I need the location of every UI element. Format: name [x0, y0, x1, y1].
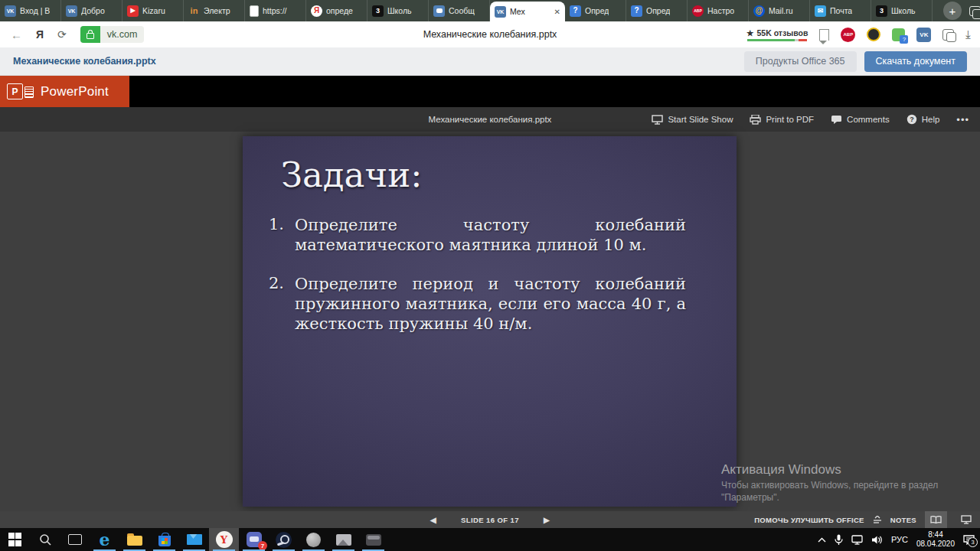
tab-groups-icon[interactable] — [969, 6, 980, 16]
microphone-icon[interactable] — [835, 534, 843, 546]
notes-button[interactable]: NOTES — [890, 516, 916, 524]
network-icon[interactable] — [851, 535, 863, 545]
powerpoint-brand-label: PowerPoint — [41, 84, 109, 99]
slide-item-1: 1. Определите частоту колебаний математи… — [269, 215, 686, 255]
vk-extension-icon[interactable]: VK — [916, 28, 931, 42]
url-field[interactable]: vk.com — [80, 26, 145, 43]
tab-label: Опред — [585, 6, 609, 15]
windows-taskbar: eY7 РУС 8:44 08.04.2020 3 — [0, 528, 980, 551]
notification-badge: 3 — [968, 537, 978, 547]
taskbar-task-view[interactable] — [60, 528, 90, 551]
browser-tab-0[interactable]: VKВход | В — [0, 0, 61, 21]
yandex-icon[interactable]: Я — [36, 28, 44, 41]
browser-tab-7[interactable]: Сообщ — [429, 0, 490, 21]
presentation-status-bar: ◀ SLIDE 16 OF 17 ▶ ПОМОЧЬ УЛУЧШИТЬ OFFIC… — [0, 511, 980, 528]
tab-strip: VKВход | ВVKДобро▶KizaruinЭлектрhttps://… — [0, 0, 933, 21]
action-center-icon[interactable]: 3 — [963, 535, 975, 545]
browser-tab-13[interactable]: ✉Почта — [810, 0, 871, 21]
microsoft-store-icon — [158, 536, 171, 546]
reviews-widget[interactable]: ★55K отзывов — [746, 28, 808, 41]
taskbar-yandex-browser[interactable]: Y — [209, 528, 239, 551]
browser-tab-10[interactable]: ?Опред — [626, 0, 688, 21]
taskbar-search[interactable] — [30, 528, 60, 551]
slide-canvas[interactable]: Задачи: 1. Определите частоту колебаний … — [243, 136, 737, 507]
tab-label: Почта — [830, 6, 852, 15]
refresh-icon[interactable]: ⟳ — [57, 28, 67, 41]
mail-app-icon — [187, 534, 202, 545]
tab-close-icon[interactable]: ✕ — [554, 8, 560, 16]
taskbar-app-3[interactable] — [358, 528, 388, 551]
download-document-button[interactable]: Скачать документ — [864, 51, 968, 72]
start-slideshow-button[interactable]: Start Slide Show — [647, 115, 737, 125]
comments-button[interactable]: Comments — [826, 115, 894, 125]
clock-date: 08.04.2020 — [916, 540, 955, 549]
tab-label: Mail.ru — [769, 6, 793, 15]
game-app-icon — [366, 534, 381, 546]
search-icon — [39, 533, 51, 546]
browser-tab-14[interactable]: 3Школь — [871, 0, 933, 21]
taskbar-apps: eY7 — [0, 528, 388, 551]
taskbar-clock[interactable]: 8:44 08.04.2020 — [916, 530, 955, 549]
taskbar-app-2[interactable] — [328, 528, 358, 551]
task-view-icon — [68, 534, 82, 545]
previous-slide-button[interactable]: ◀ — [430, 516, 436, 524]
yandex-favicon-icon: Я — [311, 5, 322, 17]
start-icon — [8, 533, 22, 546]
office-products-button[interactable]: Продукты Office 365 — [744, 51, 857, 72]
taskbar-messenger-app[interactable]: 7 — [239, 528, 269, 551]
reading-view-button[interactable] — [925, 511, 947, 528]
address-bar: ← Я ⟳ vk.com Механические колебания.pptx… — [0, 21, 980, 48]
taskbar-steam[interactable] — [269, 528, 299, 551]
tray-expand-icon[interactable] — [818, 537, 826, 543]
back-icon[interactable]: ← — [11, 28, 22, 41]
next-slide-button[interactable]: ▶ — [544, 516, 550, 524]
browser-tab-2[interactable]: ▶Kizaru — [122, 0, 184, 21]
browser-tab-12[interactable]: @Mail.ru — [749, 0, 810, 21]
protect-icon[interactable]: ? — [892, 28, 905, 41]
language-indicator[interactable]: РУС — [891, 535, 908, 544]
taskbar-mail-app[interactable] — [179, 528, 209, 551]
taskbar-app-1[interactable] — [299, 528, 328, 551]
browser-tab-8[interactable]: VKМех✕ — [490, 2, 565, 21]
address-bar-actions: ★55K отзывов ABP ? VK ⤓ — [746, 28, 980, 42]
url-text[interactable]: vk.com — [100, 29, 145, 40]
comment-icon — [831, 115, 842, 125]
volume-icon[interactable] — [871, 535, 883, 545]
browser-tab-bar: VKВход | ВVKДобро▶KizaruinЭлектрhttps://… — [0, 0, 980, 21]
taskbar-start[interactable] — [0, 528, 30, 551]
bookmark-icon[interactable] — [819, 29, 829, 41]
svg-text:?: ? — [910, 116, 914, 123]
slide-body: 1. Определите частоту колебаний математи… — [269, 215, 686, 353]
browser-tab-11[interactable]: ABPНастро — [688, 0, 749, 21]
vk-icon: VK — [495, 6, 506, 18]
photos-app-icon — [336, 534, 351, 546]
clock-time: 8:44 — [916, 530, 955, 540]
browser-tab-1[interactable]: VKДобро — [61, 0, 122, 21]
adblock-icon[interactable]: ABP — [841, 28, 855, 42]
window-controls: ≡ — ✕ — [969, 0, 980, 21]
more-actions-button[interactable]: ••• — [952, 114, 974, 126]
browser-tab-4[interactable]: https:// — [245, 0, 306, 21]
help-button[interactable]: ? Help — [902, 114, 945, 125]
browser-tab-5[interactable]: Яопреде — [306, 0, 368, 21]
app-icon — [306, 533, 321, 547]
taskbar-edge[interactable]: e — [90, 528, 119, 551]
document-file-link[interactable]: Механические колебания.pptx — [13, 56, 156, 67]
coin-icon[interactable] — [867, 28, 880, 41]
taskbar-file-explorer[interactable] — [119, 528, 149, 551]
help-improve-office-link[interactable]: ПОМОЧЬ УЛУЧШИТЬ OFFICE — [754, 516, 864, 524]
browser-tab-3[interactable]: inЭлектр — [184, 0, 245, 21]
taskbar-microsoft-store[interactable] — [149, 528, 179, 551]
print-to-pdf-button[interactable]: Print to PDF — [745, 115, 818, 125]
browser-tab-6[interactable]: 3Школь — [368, 0, 429, 21]
file-explorer-icon — [127, 536, 142, 546]
tab-label: Школь — [387, 6, 412, 15]
browser-tab-9[interactable]: ?Опред — [565, 0, 626, 21]
slideshow-view-button[interactable] — [956, 511, 977, 528]
lock-icon[interactable] — [80, 26, 100, 43]
new-tab-button[interactable]: + — [943, 2, 962, 20]
mailru-icon: @ — [753, 5, 765, 17]
download-icon[interactable]: ⤓ — [965, 28, 971, 41]
envelope-icon: ✉ — [815, 5, 826, 17]
collections-icon[interactable] — [942, 29, 954, 41]
